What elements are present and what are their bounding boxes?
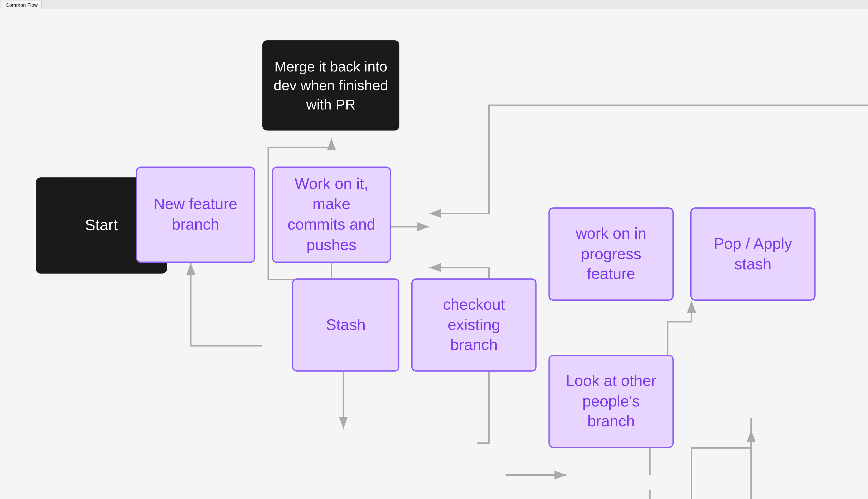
new-feature-branch-node[interactable]: New feature branch [136,167,255,263]
tab-label: Common Flow [6,2,38,8]
work-commits-node[interactable]: Work on it, make commits and pushes [272,167,391,263]
tab-common-flow[interactable]: Common Flow [2,1,41,9]
look-branch-node[interactable]: Look at other people's branch [549,355,674,448]
tab-bar: Common Flow [0,0,868,9]
merge-node[interactable]: Merge it back into dev when finished wit… [262,40,399,131]
checkout-node[interactable]: checkout existing branch [411,278,537,372]
pop-stash-node[interactable]: Pop / Apply stash [690,207,816,301]
stash-node[interactable]: Stash [292,278,399,372]
flow-canvas: Start Merge it back into dev when finish… [0,9,868,499]
work-progress-node[interactable]: work on in progress feature [549,207,674,301]
